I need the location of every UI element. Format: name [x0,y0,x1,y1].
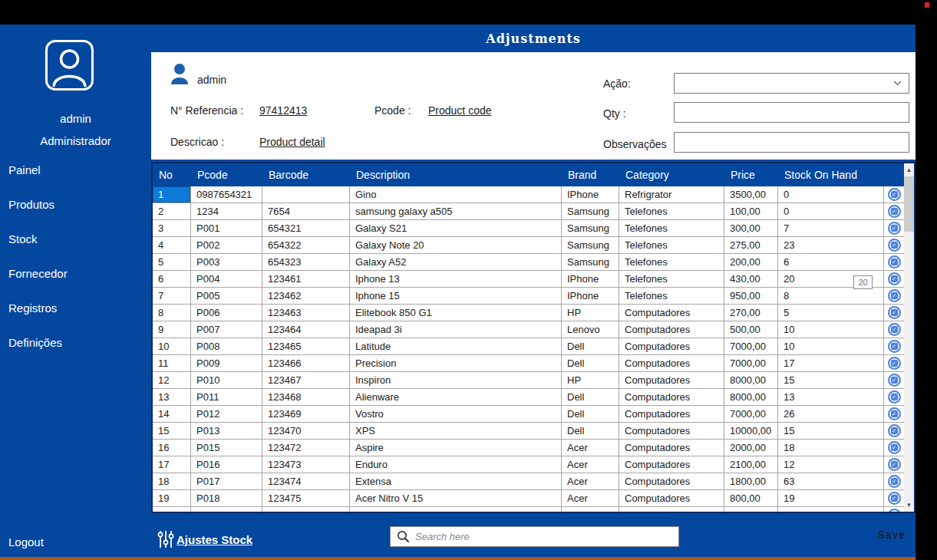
cell-no[interactable]: 18 [153,473,191,490]
cell-no[interactable]: 12 [153,372,191,389]
cell-description[interactable]: XPS [350,423,562,440]
cell-price[interactable]: 500,00 [724,321,778,338]
cell-brand[interactable]: Dell [562,355,619,372]
circled-check-icon[interactable]: ✓ [888,492,901,505]
cell-stock-on-hand[interactable]: 0 [778,186,884,203]
cell-pcode[interactable]: P003 [191,254,262,271]
cell-barcode[interactable]: 7654 [262,203,350,220]
cell-price[interactable]: 200,00 [724,254,778,271]
scroll-down-icon[interactable]: ▼ [904,499,914,512]
cell-category[interactable]: Telefones [619,271,724,288]
table-row[interactable]: 20P019123476PortatilDellComputadores3500… [153,507,904,512]
vertical-scrollbar[interactable]: ▲ ▼ [904,163,914,512]
table-row[interactable]: 14P012123469VostroDellComputadores7000,0… [153,406,904,423]
cell-description[interactable]: Aspire [350,440,562,456]
cell-description[interactable]: Portatil [350,507,562,512]
cell-category[interactable]: Telefones [619,220,724,237]
cell-stock-on-hand[interactable]: 12 [778,456,884,473]
column-header-description[interactable]: Description [350,163,562,186]
cell-pcode[interactable]: P013 [191,423,262,440]
cell-pcode[interactable]: P019 [191,507,262,512]
cell-no[interactable]: 3 [153,220,191,237]
cell-brand[interactable]: IPhone [562,271,619,288]
cell-pcode[interactable]: P009 [191,355,262,372]
cell-no[interactable]: 4 [153,237,191,254]
cell-barcode[interactable]: 123466 [262,355,350,372]
circled-check-icon[interactable]: ✓ [888,407,901,420]
table-row[interactable]: 5P003654323Galaxy A52SamsungTelefones200… [153,254,904,271]
cell-description[interactable]: Vostro [350,406,562,423]
cell-stock-on-hand[interactable]: 10 [778,321,884,338]
cell-pcode[interactable]: P008 [191,338,262,355]
table-row[interactable]: 3P001654321Galaxy S21SamsungTelefones300… [153,220,904,237]
reference-value[interactable]: 97412413 [259,104,307,117]
table-row[interactable]: 6P004123461Iphone 13IPhoneTelefones430,0… [153,271,904,288]
table-row[interactable]: 8P006123463Elitebook 850 G1HPComputadore… [153,305,904,321]
cell-stock-on-hand[interactable]: 26 [778,406,884,423]
cell-stock-on-hand[interactable]: 6 [778,254,884,271]
cell-pcode[interactable]: P010 [191,372,262,389]
cell-stock-on-hand[interactable]: 15 [778,423,884,440]
sidebar-item-produtos[interactable]: Produtos [0,198,151,232]
column-header-stock-on-hand[interactable]: Stock On Hand [778,163,884,186]
cell-barcode[interactable]: 123465 [262,338,350,355]
cell-description[interactable]: Inspiron [350,372,562,389]
column-header-brand[interactable]: Brand [562,163,619,186]
cell-stock-on-hand[interactable]: 8 [778,288,884,305]
table-row[interactable]: 12P010123467InspironHPComputadores8000,0… [153,372,904,389]
cell-stock-on-hand[interactable]: 10 [778,338,884,355]
cell-brand[interactable]: Dell [562,389,619,406]
cell-brand[interactable]: Acer [562,473,619,490]
cell-pcode[interactable]: 1234 [191,203,262,220]
circled-check-icon[interactable]: ✓ [888,205,901,218]
table-row[interactable]: 7P005123462Iphone 15IPhoneTelefones950,0… [153,288,904,305]
cell-price[interactable]: 8000,00 [724,389,778,406]
cell-barcode[interactable]: 123476 [262,507,350,512]
cell-price[interactable]: 950,00 [724,288,778,305]
cell-no[interactable]: 16 [153,440,191,456]
cell-barcode[interactable]: 123470 [262,423,350,440]
cell-category[interactable]: Computadores [619,389,724,406]
cell-price[interactable]: 3500,00 [724,186,778,203]
cell-pcode[interactable]: P018 [191,490,262,507]
circled-check-icon[interactable]: ✓ [888,509,901,512]
table-row[interactable]: 15P013123470XPSDellComputadores10000,001… [153,423,904,440]
circled-check-icon[interactable]: ✓ [888,323,901,336]
cell-pcode[interactable]: P001 [191,220,262,237]
cell-brand[interactable]: Dell [562,338,619,355]
cell-barcode[interactable]: 123469 [262,406,350,423]
cell-description[interactable]: Alienware [350,389,562,406]
cell-barcode[interactable]: 654322 [262,237,350,254]
cell-description[interactable]: Gino [350,186,562,203]
cell-category[interactable]: Telefones [619,288,724,305]
cell-description[interactable]: Elitebook 850 G1 [350,305,562,321]
cell-category[interactable]: Telefones [619,254,724,271]
column-header-price[interactable]: Price [724,163,778,186]
cell-description[interactable]: Precision [350,355,562,372]
table-row[interactable]: 10P008123465LatitudeDellComputadores7000… [153,338,904,355]
description-link[interactable]: Product detail [259,136,325,148]
cell-price[interactable]: 7000,00 [724,338,778,355]
column-header-no[interactable]: No [153,163,191,186]
cell-stock-on-hand[interactable]: 5 [778,305,884,321]
cell-brand[interactable]: Lenovo [562,321,619,338]
cell-brand[interactable]: Samsung [562,237,619,254]
cell-barcode[interactable]: 123462 [262,288,350,305]
cell-barcode[interactable]: 123461 [262,271,350,288]
cell-description[interactable]: Galaxy A52 [350,254,562,271]
circled-check-icon[interactable]: ✓ [888,222,901,235]
cell-pcode[interactable]: P017 [191,473,262,490]
cell-no[interactable]: 11 [153,355,191,372]
search-box[interactable] [390,526,679,547]
cell-brand[interactable]: Samsung [562,203,619,220]
cell-price[interactable]: 7000,00 [724,355,778,372]
cell-pcode[interactable]: P015 [191,440,262,456]
cell-brand[interactable]: Dell [562,507,619,512]
cell-stock-on-hand[interactable]: 0 [778,203,884,220]
cell-stock-on-hand[interactable]: 15 [778,372,884,389]
table-row[interactable]: 16P015123472AspireAcerComputadores2000,0… [153,440,904,456]
cell-price[interactable]: 3500,00 [724,507,778,512]
cell-price[interactable]: 100,00 [724,203,778,220]
cell-no[interactable]: 14 [153,406,191,423]
cell-description[interactable]: Acer Nitro V 15 [350,490,562,507]
